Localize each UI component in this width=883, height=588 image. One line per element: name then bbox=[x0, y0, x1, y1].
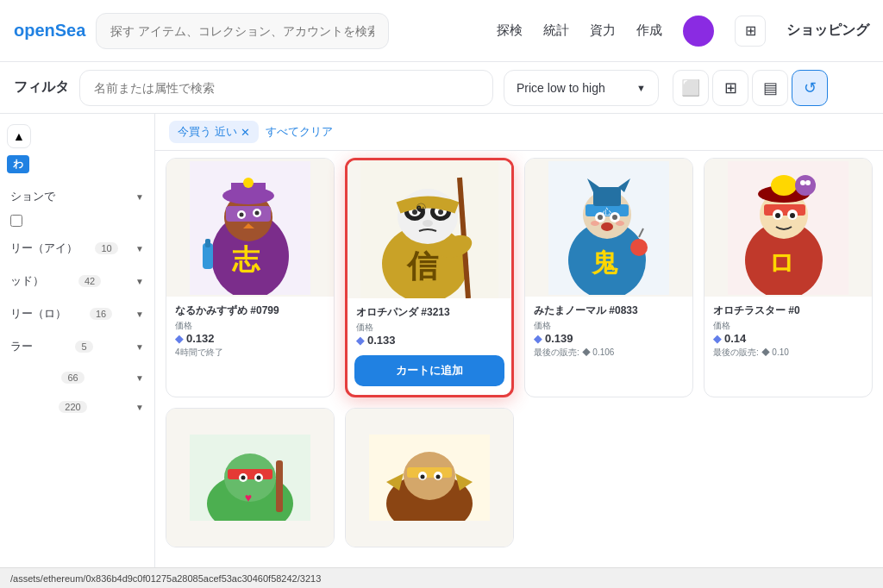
svg-text:♥: ♥ bbox=[245, 491, 252, 504]
svg-rect-14 bbox=[205, 239, 210, 247]
sidebar-collapse-btn[interactable]: ▲ bbox=[7, 124, 31, 148]
nft-card-row2-1[interactable] bbox=[345, 408, 514, 547]
sidebar-section-header-3[interactable]: リー（ロ） 16 ▼ bbox=[7, 299, 147, 328]
svg-point-60 bbox=[795, 175, 816, 196]
sidebar-section-header-2[interactable]: ッド） 42 ▼ bbox=[7, 266, 147, 296]
sidebar-section-header-1[interactable]: リー（アイ） 10 ▼ bbox=[7, 234, 147, 263]
nft-card-0[interactable]: 志 bbox=[166, 158, 335, 397]
avatar[interactable] bbox=[683, 16, 714, 47]
svg-point-40 bbox=[612, 215, 617, 220]
nav-create[interactable]: 作成 bbox=[636, 22, 662, 39]
sidebar-section-header-6[interactable]: 220 ▼ bbox=[7, 394, 147, 420]
svg-point-27 bbox=[423, 220, 433, 227]
sidebar-section-5: 66 ▼ bbox=[7, 365, 147, 391]
chevron-icon-0: ▼ bbox=[135, 192, 144, 202]
sidebar-badge-5: 66 bbox=[61, 372, 84, 384]
sidebar-section-header-4[interactable]: ラー 5 ▼ bbox=[7, 332, 147, 361]
active-filter-label: 今買う 近い bbox=[178, 124, 237, 140]
svg-point-8 bbox=[255, 210, 260, 215]
nft-price-label-1: 価格 bbox=[356, 322, 503, 334]
nft-price-value-2: 0.139 bbox=[545, 332, 573, 345]
nft-card-1[interactable]: 信 bbox=[345, 158, 514, 397]
nft-price-value-3: 0.14 bbox=[724, 332, 746, 345]
nft-card-3[interactable]: ロ bbox=[704, 158, 873, 397]
filter-search-input[interactable] bbox=[79, 70, 493, 106]
sidebar-section-label-2: ッド） bbox=[10, 273, 44, 289]
svg-point-69 bbox=[241, 476, 246, 480]
nft-price-0: ◆ 0.132 bbox=[175, 332, 325, 345]
svg-point-42 bbox=[616, 221, 624, 226]
chevron-icon-3: ▼ bbox=[135, 310, 144, 319]
active-filters: 今買う 近い ✕ すべてクリア bbox=[155, 114, 883, 151]
sidebar-section-label-4: ラー bbox=[10, 339, 33, 354]
nft-sub-2: 最後の販売: ◆ 0.106 bbox=[534, 347, 684, 359]
nav-stats[interactable]: 統計 bbox=[543, 22, 569, 39]
nft-price-2: ◆ 0.139 bbox=[534, 332, 684, 345]
svg-point-12 bbox=[243, 178, 254, 188]
view-refresh-btn[interactable]: ↺ bbox=[792, 70, 828, 106]
checkbox-0[interactable] bbox=[10, 215, 22, 227]
sidebar-section-label-3: リー（ロ） bbox=[10, 306, 66, 322]
view-window-btn[interactable]: ⬜ bbox=[673, 70, 709, 106]
svg-rect-4 bbox=[226, 206, 271, 222]
nav-explore[interactable]: 探検 bbox=[497, 22, 523, 39]
svg-point-70 bbox=[257, 476, 261, 480]
nft-card-row2-0[interactable]: ♥ bbox=[166, 408, 335, 547]
eth-icon-1: ◆ bbox=[356, 335, 364, 347]
nft-grid-row2: ♥ bbox=[166, 408, 873, 547]
nft-price-label-3: 価格 bbox=[713, 320, 863, 332]
clear-all-btn[interactable]: すべてクリア bbox=[266, 124, 333, 140]
sort-dropdown[interactable]: Price low to high ▼ bbox=[504, 70, 659, 106]
nft-sub-0: 4時間で終了 bbox=[175, 347, 325, 359]
nft-price-1: ◆ 0.133 bbox=[356, 334, 503, 347]
sidebar-badge-1: 10 bbox=[95, 242, 117, 254]
sidebar-badge-6: 220 bbox=[59, 401, 86, 413]
svg-point-47 bbox=[630, 239, 648, 256]
view-grid-btn[interactable]: ⊞ bbox=[712, 70, 748, 106]
svg-rect-76 bbox=[407, 467, 452, 478]
sidebar-section-3: リー（ロ） 16 ▼ bbox=[7, 299, 147, 328]
nft-image-3: ロ bbox=[705, 159, 872, 297]
nft-sub-3: 最後の販売: ◆ 0.10 bbox=[713, 347, 863, 359]
nft-image-row2-0: ♥ bbox=[166, 409, 334, 547]
svg-text:鬼: 鬼 bbox=[591, 248, 618, 277]
window-icon-btn[interactable]: ⊞ bbox=[735, 16, 766, 47]
url-bar: /assets/ethereum/0x836b4d9c0f01275a28085… bbox=[0, 567, 883, 588]
svg-rect-72 bbox=[276, 460, 283, 512]
nft-name-1: オロチパンダ #3213 bbox=[356, 305, 503, 320]
sidebar-section-header-5[interactable]: 66 ▼ bbox=[7, 365, 147, 391]
active-filter-tag[interactable]: 今買う 近い ✕ bbox=[169, 121, 259, 143]
view-detail-btn[interactable]: ▤ bbox=[752, 70, 788, 106]
eth-icon-2: ◆ bbox=[534, 333, 542, 345]
chevron-icon-1: ▼ bbox=[135, 244, 144, 253]
nft-card-2[interactable]: 鬼 心 bbox=[524, 158, 693, 397]
url-text: /assets/ethereum/0x836b4d9c0f01275a28085… bbox=[10, 573, 321, 584]
svg-rect-44 bbox=[593, 187, 621, 206]
nft-name-0: なるかみすずめ #0799 bbox=[175, 303, 325, 318]
svg-text:志: 志 bbox=[231, 244, 261, 275]
sidebar-badge-4: 5 bbox=[75, 341, 92, 353]
sort-label: Price low to high bbox=[517, 81, 605, 95]
sidebar-badge-3: 16 bbox=[90, 308, 112, 320]
nft-price-3: ◆ 0.14 bbox=[713, 332, 863, 345]
opensea-logo[interactable]: openSea bbox=[14, 21, 85, 41]
search-input[interactable] bbox=[96, 13, 389, 49]
nft-image-2: 鬼 心 bbox=[525, 159, 692, 297]
sidebar-section-label-0: ションで bbox=[10, 189, 55, 204]
close-icon: ✕ bbox=[241, 126, 250, 139]
sidebar-section-header-0[interactable]: ションで ▼ bbox=[7, 182, 147, 211]
sidebar-section-6: 220 ▼ bbox=[7, 394, 147, 420]
svg-text:☯: ☯ bbox=[416, 201, 427, 215]
add-to-cart-button[interactable]: カートに追加 bbox=[354, 355, 504, 386]
sidebar-section-label-1: リー（アイ） bbox=[10, 241, 78, 256]
svg-rect-53 bbox=[764, 204, 805, 216]
svg-point-24 bbox=[438, 210, 443, 215]
svg-text:ロ: ロ bbox=[768, 248, 795, 277]
checkbox-item-0 bbox=[7, 211, 147, 230]
nft-grid-container: 志 bbox=[155, 151, 883, 554]
nav-resources[interactable]: 資力 bbox=[590, 22, 616, 39]
filter-bar: フィルタ Price low to high ▼ ⬜ ⊞ ▤ ↺ bbox=[0, 62, 883, 114]
header: openSea 探検 統計 資力 作成 ⊞ ショッピング bbox=[0, 0, 883, 62]
nft-info-0: なるかみすずめ #0799 価格 ◆ 0.132 4時間で終了 bbox=[166, 297, 334, 367]
nft-price-label-0: 価格 bbox=[175, 320, 325, 332]
